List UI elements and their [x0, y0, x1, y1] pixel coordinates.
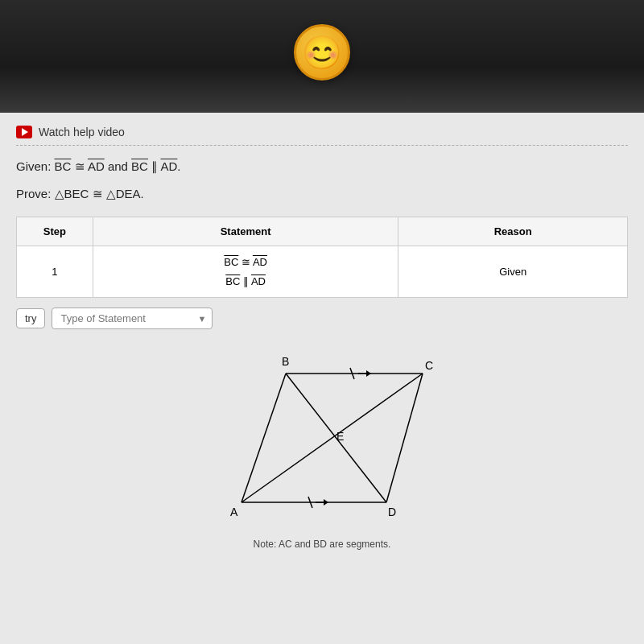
- given-statement: Given: BC ≅ AD and BC ∥ AD.: [16, 157, 628, 176]
- bc-parallel-statement: BC: [225, 275, 240, 287]
- cd-line: [386, 374, 423, 502]
- type-statement-dropdown[interactable]: Type of Statement: [52, 308, 213, 329]
- step-header: Step: [17, 217, 93, 246]
- emoji-badge: 😊: [294, 24, 350, 80]
- parallel-symbol: ∥: [148, 159, 161, 173]
- note-text: Note: AC and BD are segments.: [16, 539, 628, 550]
- bc-segment: BC: [55, 159, 72, 173]
- c-label: C: [425, 359, 433, 372]
- ab-line: [242, 374, 286, 502]
- ad-parallel-statement: AD: [251, 275, 266, 287]
- divider: [16, 145, 628, 146]
- bc-arrowhead: [366, 370, 371, 377]
- statement-header: Statement: [93, 217, 398, 246]
- d-label: D: [388, 506, 396, 518]
- watch-help-row: Watch help video: [16, 126, 628, 138]
- b-label: B: [282, 355, 289, 368]
- e-label: E: [336, 430, 344, 443]
- ad-parallel: AD: [160, 159, 177, 173]
- step-cell-1: 1: [17, 246, 93, 298]
- reason-cell-1: Given: [398, 246, 628, 298]
- try-button[interactable]: try: [16, 308, 45, 328]
- congruent-symbol: ≅: [71, 159, 88, 173]
- reason-header: Reason: [398, 217, 628, 246]
- watch-help-label[interactable]: Watch help video: [39, 126, 125, 138]
- proof-table: Step Statement Reason 1 BC ≅ AD BC ∥ AD …: [16, 217, 628, 298]
- diagram-container: B C A D E: [16, 345, 628, 530]
- ad-arrowhead: [324, 499, 328, 506]
- try-row: try Type of Statement ▼: [16, 308, 628, 329]
- dropdown-wrapper: Type of Statement ▼: [52, 308, 213, 329]
- ad-statement: AD: [253, 256, 267, 268]
- ad-segment: AD: [88, 159, 105, 173]
- main-content: Watch help video Given: BC ≅ AD and BC ∥…: [0, 113, 644, 644]
- a-label: A: [230, 506, 238, 518]
- youtube-icon[interactable]: [16, 126, 32, 138]
- top-bar: 😊: [0, 0, 644, 113]
- prove-prefix: Prove: △BEC ≅ △DEA.: [16, 187, 144, 200]
- ac-diagonal: [242, 374, 423, 502]
- geometry-diagram: B C A D E: [193, 345, 451, 530]
- and-text: and: [105, 159, 131, 173]
- bc-statement: BC: [224, 256, 238, 268]
- given-prefix: Given:: [16, 159, 55, 173]
- bc-parallel: BC: [131, 159, 148, 173]
- table-row: 1 BC ≅ AD BC ∥ AD Given: [17, 246, 628, 298]
- prove-statement: Prove: △BEC ≅ △DEA.: [16, 184, 628, 204]
- statement-cell-1: BC ≅ AD BC ∥ AD: [93, 246, 398, 298]
